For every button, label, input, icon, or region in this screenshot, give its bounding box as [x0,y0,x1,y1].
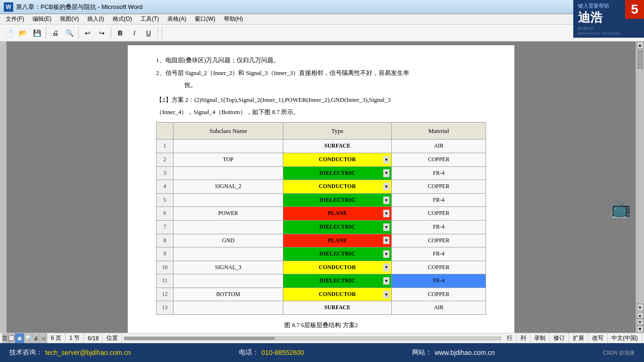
status-chat-icon: 💬 [8,333,15,343]
table-row: 12BOTTOMCONDUCTOR▼COPPER [157,288,486,301]
nav-up-small[interactable]: ▲ [637,312,644,319]
bold-button[interactable]: B [114,26,127,40]
line4-text: （Inner_4），Signal_4（Bottom），如下图 8.7 所示。 [156,107,486,117]
menu-window[interactable]: 窗口(W) [191,14,219,24]
table-row-name [173,247,283,261]
menu-view[interactable]: 视图(V) [56,14,83,24]
separator-4 [157,27,158,39]
line1-text: 2、信号层 Signal_2（Inner_2）和 Signal_3（Inner_… [156,67,486,78]
dropdown-arrow-icon[interactable]: ▼ [383,169,389,177]
table-row: 10SIGNAL_3CONDUCTOR▼COPPER [157,261,486,274]
line2-text: 扰。 [184,80,486,90]
table-row-type: DIELECTRIC▼ [283,247,392,261]
dropdown-arrow-icon[interactable]: ▼ [383,183,389,190]
new-button[interactable]: 📄 [2,26,15,40]
table-row: 13SURFACEAIR [157,301,486,315]
status-section: 1 节 [66,333,84,343]
italic-button[interactable]: I [128,26,141,40]
table-row-num: 9 [157,247,173,261]
preview-button[interactable]: 🔍 [63,26,76,40]
col-num-header [157,122,173,139]
dropdown-arrow-icon[interactable]: ▼ [383,250,389,258]
menu-edit[interactable]: 编辑(E) [29,14,55,24]
footer-phone-section: 电话： 010-88552600 [239,348,304,357]
undo-button[interactable]: ↩ [81,26,94,40]
table-row-type: PLANE▼ [283,234,392,247]
toolbar: 📄 📂 💾 🖨 🔍 ↩ ↪ B I U 100% ▼ [0,25,644,41]
table-row-name [173,193,283,207]
table-row: 8GNDPLANE▼COPPER [157,234,486,247]
table-row-type: DIELECTRIC▼ [283,220,392,234]
table-row-name [173,274,283,288]
col-material-header: Material [392,122,486,139]
table-row-name [173,140,283,153]
table-row-type: DIELECTRIC▼ [283,274,392,288]
open-button[interactable]: 📂 [16,26,29,40]
menu-help[interactable]: 帮助(H) [220,14,247,24]
footer-web-section: 网站： www.bjdihao.com.cn [412,348,495,357]
left-panel [0,41,7,333]
pcb-stackup-table: Subclass Name Type Material 1SURFACEAIR2… [156,122,486,315]
dropdown-arrow-icon[interactable]: ▼ [383,156,389,164]
status-print-icon: 🖨 [32,333,40,343]
dropdown-arrow-icon[interactable]: ▼ [383,237,389,244]
dropdown-arrow-icon[interactable]: ▼ [383,263,389,271]
table-row: 9DIELECTRIC▼FR-4 [157,247,486,261]
menu-table[interactable]: 表格(A) [164,14,190,24]
table-row-num: 2 [157,153,173,166]
table-row-material: COPPER [392,261,486,274]
menu-format[interactable]: 格式(O) [109,14,136,24]
footer-tech-label: 技术咨询： [9,348,42,357]
table-row-name: SIGNAL_3 [173,261,283,274]
line3-text: 【2】方案 2：(2)Signal_1(Top),Signal_2(Inner_… [156,94,486,105]
dropdown-arrow-icon[interactable]: ▼ [383,196,389,204]
table-row: 6POWERPLANE▼COPPER [157,207,486,221]
main-wrapper: 1、电阻层(叠块区)万几问题；仅归几万问题。 2、信号层 Signal_2（In… [0,41,644,333]
save-button[interactable]: 💾 [30,26,43,40]
status-modify: 修订 [550,333,569,343]
table-row-type: PLANE▼ [283,207,392,221]
separator-2 [78,27,79,39]
table-row-name [173,220,283,234]
table-row-type: DIELECTRIC▼ [283,166,392,180]
table-row-name: TOP [173,153,283,166]
status-line: 行 [503,333,517,343]
footer-bar: 技术咨询： tech_server@bjdihao.com.cn 电话： 010… [0,343,644,362]
footer-tech-email: tech_server@bjdihao.com.cn [45,349,131,356]
underline-button[interactable]: U [142,26,155,40]
status-extend: 扩展 [569,333,588,343]
status-record: 录制 [530,333,550,343]
scroll-down-button[interactable]: ▼ [637,325,644,333]
scroll-thumb[interactable] [637,50,643,69]
table-row-name [173,301,283,315]
table-row: 4SIGNAL_2CONDUCTOR▼COPPER [157,180,486,194]
status-page: 6 页 [47,333,66,343]
print-button[interactable]: 🖨 [49,26,62,40]
dropdown-arrow-icon[interactable]: ▼ [383,277,389,285]
dropdown-arrow-icon[interactable]: ▼ [383,223,389,231]
scroll-up-button[interactable]: ▲ [637,41,644,49]
status-col: 列 [517,333,530,343]
nav-circle-button[interactable]: ● [637,304,644,311]
redo-button[interactable]: ↪ [95,26,108,40]
status-left-icon: ☰ [2,333,8,343]
dropdown-arrow-icon[interactable]: ▼ [383,291,389,298]
table-row-name: POWER [173,207,283,221]
logo-text: 迪浩 [578,9,603,26]
nav-down-small[interactable]: ▼ [637,319,644,325]
dropdown-arrow-icon[interactable]: ▼ [383,210,389,217]
footer-csdn-label: CSDN @池漫 [603,349,635,356]
table-row-name: SIGNAL_2 [173,180,283,194]
table-row: 1SURFACEAIR [157,140,486,153]
table-row-num: 13 [157,301,173,315]
menu-file[interactable]: 文件(F) [2,14,28,24]
table-row: 7DIELECTRIC▼FR-4 [157,220,486,234]
menu-insert[interactable]: 插入(I) [83,14,107,24]
footer-csdn: CSDN @池漫 [603,349,635,356]
menu-tools[interactable]: 工具(T) [137,14,163,24]
status-page-of: 6/18 [84,333,103,343]
table-row: 5DIELECTRIC▼FR-4 [157,193,486,207]
table-row-num: 5 [157,193,173,207]
logo-subtitle: DIHAOInnovation Services [578,26,621,35]
status-bar: ☰ 💬 ▣ 📊 🖨 ◁ 6 页 1 节 6/18 位置 行 列 录制 修订 扩展… [0,333,644,343]
